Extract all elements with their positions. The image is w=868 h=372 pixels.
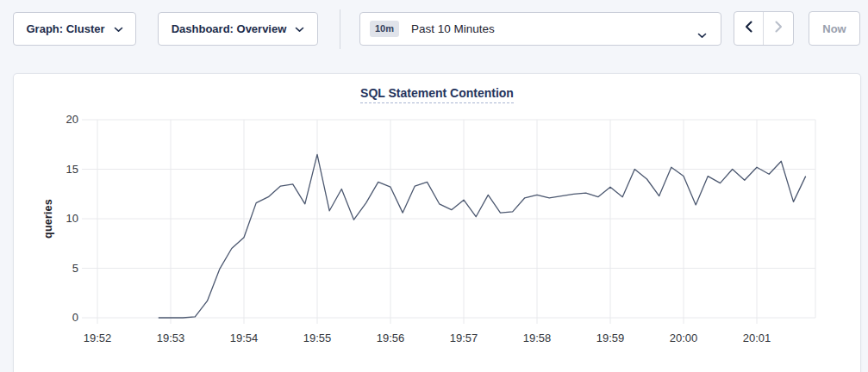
x-tick-label: 19:52 (76, 332, 119, 345)
chevron-right-icon (775, 21, 783, 36)
x-tick-label: 19:55 (296, 332, 339, 345)
x-tick-label: 19:57 (442, 332, 485, 345)
x-tick-label: 19:53 (149, 332, 192, 345)
prev-range-button[interactable] (734, 12, 764, 45)
x-tick-label: 19:58 (515, 332, 559, 345)
y-tick-label: 15 (44, 162, 78, 177)
chevron-down-icon (697, 27, 707, 42)
y-tick-label: 5 (44, 261, 78, 276)
chart-panel: SQL Statement Contention 0510152019:5219… (13, 73, 861, 372)
next-range-button[interactable] (764, 12, 793, 45)
y-axis-title: queries (42, 199, 54, 239)
y-tick-label: 0 (44, 310, 78, 326)
series-line (159, 154, 806, 318)
dashboard-dropdown-label: Dashboard: Overview (172, 22, 287, 35)
x-tick-label: 19:56 (369, 332, 412, 345)
time-range-picker[interactable]: 10m Past 10 Minutes (359, 12, 721, 46)
time-range-badge: 10m (370, 21, 399, 37)
toolbar-divider (340, 9, 340, 49)
dashboard-dropdown[interactable]: Dashboard: Overview (158, 12, 318, 46)
metrics-dashboard-page: Graph: Cluster Dashboard: Overview 10m P… (0, 0, 868, 372)
line-chart[interactable] (14, 74, 862, 372)
x-tick-label: 19:54 (222, 332, 265, 345)
time-range-label: Past 10 Minutes (411, 22, 495, 35)
chevron-down-icon (295, 22, 304, 35)
chevron-down-icon (114, 22, 123, 35)
x-tick-label: 19:59 (589, 332, 632, 345)
graph-dropdown[interactable]: Graph: Cluster (13, 12, 136, 46)
now-button[interactable]: Now (809, 11, 860, 46)
y-tick-label: 20 (44, 112, 78, 127)
graph-dropdown-label: Graph: Cluster (26, 22, 104, 35)
x-tick-label: 20:00 (662, 332, 705, 345)
x-tick-label: 20:01 (735, 332, 778, 345)
time-range-nav (734, 11, 794, 46)
chevron-left-icon (745, 21, 752, 36)
